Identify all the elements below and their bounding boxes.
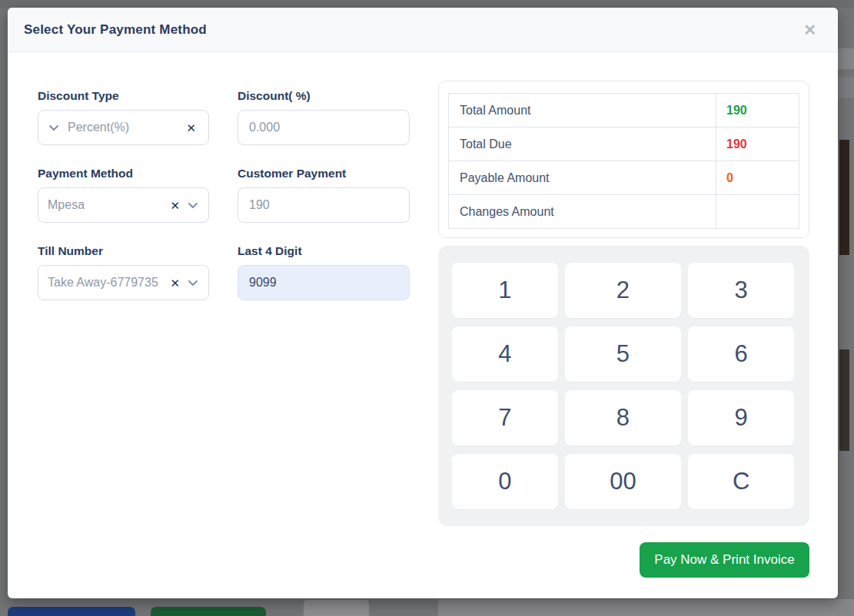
payment-summary-table: Total Amount 190 Total Due 190 Payable A…: [448, 93, 799, 229]
modal-title: Select Your Payment Method: [24, 22, 207, 38]
summary-row-value: [716, 195, 799, 229]
customer-payment-label: Customer Payment: [238, 167, 410, 180]
till-number-select[interactable]: Take Away-6779735 ✕: [38, 265, 209, 300]
numpad-key-clear[interactable]: C: [688, 454, 794, 509]
occluded-page-top: [0, 0, 854, 8]
table-row: Total Amount 190: [449, 94, 799, 128]
numpad-key-1[interactable]: 1: [452, 263, 558, 318]
pay-now-print-invoice-button[interactable]: Pay Now & Print Invoice: [640, 542, 809, 578]
last-four-digit-input[interactable]: [238, 265, 410, 300]
payment-modal: Select Your Payment Method ✕ Discount Ty…: [8, 8, 838, 598]
chevron-down-icon: [48, 121, 60, 134]
numpad-key-2[interactable]: 2: [565, 263, 682, 318]
numpad-key-8[interactable]: 8: [565, 390, 682, 445]
customer-payment-input[interactable]: [238, 187, 410, 223]
table-row: Changes Amount: [449, 195, 799, 229]
chevron-down-icon: [187, 199, 199, 211]
summary-row-value: 190: [716, 128, 799, 161]
numpad: 1 2 3 4 5 6 7 8 9 0 00 C: [438, 246, 809, 526]
summary-row-value: 0: [716, 161, 799, 195]
discount-type-select[interactable]: Percent(%) ✕: [38, 110, 209, 145]
occluded-blue-button: [8, 607, 135, 616]
occluded-page-panel: [438, 599, 854, 616]
modal-header: Select Your Payment Method ✕: [8, 8, 838, 52]
occluded-product-image: [839, 349, 849, 451]
discount-percent-label: Discount( %): [238, 89, 410, 103]
occluded-gray-button: [304, 600, 369, 616]
numpad-key-00[interactable]: 00: [565, 454, 682, 509]
summary-row-label: Changes Amount: [449, 195, 716, 229]
occluded-page-row: [838, 77, 854, 98]
occluded-page-row: [838, 48, 854, 69]
discount-type-label: Discount Type: [38, 89, 210, 103]
summary-row-label: Payable Amount: [449, 161, 716, 195]
clear-icon[interactable]: ✕: [170, 200, 180, 211]
close-icon[interactable]: ✕: [800, 19, 819, 41]
last-four-digit-label: Last 4 Digit: [238, 244, 410, 258]
summary-row-label: Total Due: [449, 128, 716, 161]
occluded-product-image: [839, 140, 849, 255]
clear-icon[interactable]: ✕: [186, 122, 196, 134]
occluded-green-button: [151, 607, 266, 616]
discount-percent-group: Discount( %): [238, 89, 410, 145]
table-row: Payable Amount 0: [449, 161, 799, 195]
clear-icon[interactable]: ✕: [170, 277, 180, 289]
summary-row-label: Total Amount: [449, 94, 716, 128]
payment-method-value: Mpesa: [48, 198, 170, 212]
payment-method-group: Payment Method Mpesa ✕: [38, 167, 210, 223]
numpad-key-9[interactable]: 9: [688, 390, 794, 445]
payment-summary-card: Total Amount 190 Total Due 190 Payable A…: [438, 81, 809, 238]
numpad-key-6[interactable]: 6: [688, 326, 794, 382]
numpad-key-7[interactable]: 7: [452, 390, 558, 445]
payment-method-select[interactable]: Mpesa ✕: [38, 187, 209, 223]
numpad-key-3[interactable]: 3: [688, 263, 794, 318]
chevron-down-icon: [187, 277, 199, 289]
discount-type-value: Percent(%): [68, 121, 186, 134]
discount-percent-input[interactable]: [238, 110, 410, 145]
till-number-label: Till Number: [38, 244, 210, 258]
numpad-key-4[interactable]: 4: [452, 326, 558, 382]
till-number-value: Take Away-6779735: [48, 276, 170, 290]
summary-row-value: 190: [716, 94, 799, 128]
customer-payment-group: Customer Payment: [238, 167, 410, 223]
numpad-key-0[interactable]: 0: [452, 454, 558, 509]
numpad-key-5[interactable]: 5: [565, 326, 682, 382]
payment-method-label: Payment Method: [38, 167, 210, 180]
last-four-digit-group: Last 4 Digit: [238, 244, 410, 300]
till-number-group: Till Number Take Away-6779735 ✕: [38, 244, 210, 300]
table-row: Total Due 190: [449, 128, 799, 161]
modal-backdrop[interactable]: Select Your Payment Method ✕ Discount Ty…: [0, 0, 854, 616]
discount-type-group: Discount Type Percent(%) ✕: [38, 89, 210, 145]
